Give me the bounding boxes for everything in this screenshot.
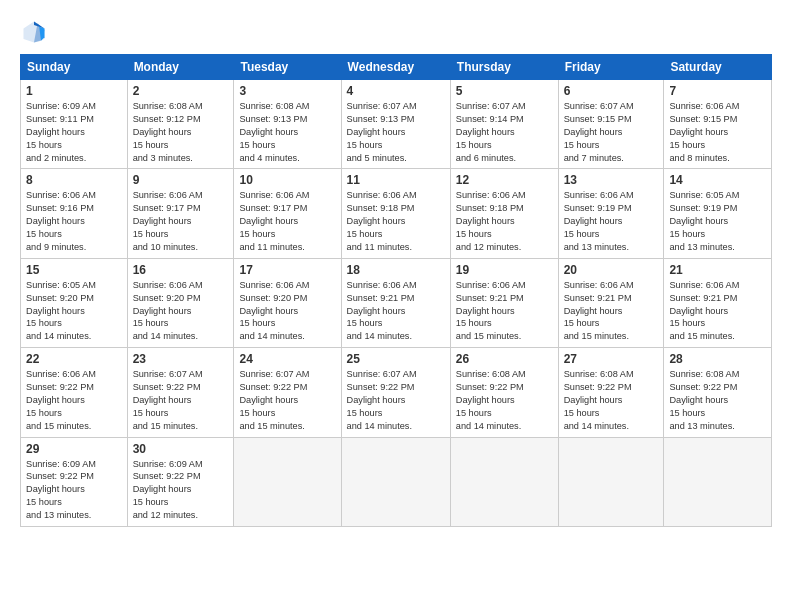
- calendar-cell: 28 Sunrise: 6:08 AM Sunset: 9:22 PM Dayl…: [664, 348, 772, 437]
- calendar-cell: 22 Sunrise: 6:06 AM Sunset: 9:22 PM Dayl…: [21, 348, 128, 437]
- day-number: 18: [347, 263, 445, 277]
- weekday-header-sunday: Sunday: [21, 55, 128, 80]
- weekday-header-saturday: Saturday: [664, 55, 772, 80]
- calendar-cell: [234, 437, 341, 526]
- day-number: 1: [26, 84, 122, 98]
- logo-icon: [20, 18, 48, 46]
- day-info: Sunrise: 6:08 AM Sunset: 9:13 PM Dayligh…: [239, 100, 335, 164]
- page: SundayMondayTuesdayWednesdayThursdayFrid…: [0, 0, 792, 612]
- day-number: 5: [456, 84, 553, 98]
- day-number: 26: [456, 352, 553, 366]
- day-number: 9: [133, 173, 229, 187]
- day-number: 14: [669, 173, 766, 187]
- calendar-cell: 5 Sunrise: 6:07 AM Sunset: 9:14 PM Dayli…: [450, 80, 558, 169]
- calendar-row-3: 22 Sunrise: 6:06 AM Sunset: 9:22 PM Dayl…: [21, 348, 772, 437]
- calendar-cell: 25 Sunrise: 6:07 AM Sunset: 9:22 PM Dayl…: [341, 348, 450, 437]
- calendar-cell: 16 Sunrise: 6:06 AM Sunset: 9:20 PM Dayl…: [127, 258, 234, 347]
- calendar-cell: 14 Sunrise: 6:05 AM Sunset: 9:19 PM Dayl…: [664, 169, 772, 258]
- calendar-cell: 21 Sunrise: 6:06 AM Sunset: 9:21 PM Dayl…: [664, 258, 772, 347]
- day-number: 15: [26, 263, 122, 277]
- calendar-row-4: 29 Sunrise: 6:09 AM Sunset: 9:22 PM Dayl…: [21, 437, 772, 526]
- day-number: 22: [26, 352, 122, 366]
- day-number: 10: [239, 173, 335, 187]
- calendar-cell: [558, 437, 664, 526]
- calendar-cell: 26 Sunrise: 6:08 AM Sunset: 9:22 PM Dayl…: [450, 348, 558, 437]
- day-info: Sunrise: 6:09 AM Sunset: 9:11 PM Dayligh…: [26, 100, 122, 164]
- day-number: 24: [239, 352, 335, 366]
- calendar-cell: 3 Sunrise: 6:08 AM Sunset: 9:13 PM Dayli…: [234, 80, 341, 169]
- calendar-cell: 18 Sunrise: 6:06 AM Sunset: 9:21 PM Dayl…: [341, 258, 450, 347]
- day-info: Sunrise: 6:06 AM Sunset: 9:17 PM Dayligh…: [239, 189, 335, 253]
- day-info: Sunrise: 6:06 AM Sunset: 9:15 PM Dayligh…: [669, 100, 766, 164]
- day-number: 6: [564, 84, 659, 98]
- day-info: Sunrise: 6:08 AM Sunset: 9:12 PM Dayligh…: [133, 100, 229, 164]
- day-info: Sunrise: 6:05 AM Sunset: 9:20 PM Dayligh…: [26, 279, 122, 343]
- day-info: Sunrise: 6:06 AM Sunset: 9:22 PM Dayligh…: [26, 368, 122, 432]
- day-number: 2: [133, 84, 229, 98]
- weekday-header-monday: Monday: [127, 55, 234, 80]
- day-info: Sunrise: 6:07 AM Sunset: 9:22 PM Dayligh…: [239, 368, 335, 432]
- calendar-cell: 27 Sunrise: 6:08 AM Sunset: 9:22 PM Dayl…: [558, 348, 664, 437]
- day-info: Sunrise: 6:07 AM Sunset: 9:15 PM Dayligh…: [564, 100, 659, 164]
- day-number: 19: [456, 263, 553, 277]
- day-number: 20: [564, 263, 659, 277]
- day-number: 8: [26, 173, 122, 187]
- calendar-cell: 20 Sunrise: 6:06 AM Sunset: 9:21 PM Dayl…: [558, 258, 664, 347]
- calendar-cell: 23 Sunrise: 6:07 AM Sunset: 9:22 PM Dayl…: [127, 348, 234, 437]
- calendar-cell: 10 Sunrise: 6:06 AM Sunset: 9:17 PM Dayl…: [234, 169, 341, 258]
- day-number: 12: [456, 173, 553, 187]
- calendar-cell: 30 Sunrise: 6:09 AM Sunset: 9:22 PM Dayl…: [127, 437, 234, 526]
- calendar-cell: 13 Sunrise: 6:06 AM Sunset: 9:19 PM Dayl…: [558, 169, 664, 258]
- calendar-cell: 2 Sunrise: 6:08 AM Sunset: 9:12 PM Dayli…: [127, 80, 234, 169]
- day-info: Sunrise: 6:06 AM Sunset: 9:21 PM Dayligh…: [669, 279, 766, 343]
- day-number: 29: [26, 442, 122, 456]
- calendar-cell: 4 Sunrise: 6:07 AM Sunset: 9:13 PM Dayli…: [341, 80, 450, 169]
- weekday-header-row: SundayMondayTuesdayWednesdayThursdayFrid…: [21, 55, 772, 80]
- calendar-cell: 12 Sunrise: 6:06 AM Sunset: 9:18 PM Dayl…: [450, 169, 558, 258]
- weekday-header-thursday: Thursday: [450, 55, 558, 80]
- day-info: Sunrise: 6:05 AM Sunset: 9:19 PM Dayligh…: [669, 189, 766, 253]
- calendar-cell: 24 Sunrise: 6:07 AM Sunset: 9:22 PM Dayl…: [234, 348, 341, 437]
- calendar-cell: [664, 437, 772, 526]
- weekday-header-tuesday: Tuesday: [234, 55, 341, 80]
- day-info: Sunrise: 6:07 AM Sunset: 9:14 PM Dayligh…: [456, 100, 553, 164]
- calendar-cell: 9 Sunrise: 6:06 AM Sunset: 9:17 PM Dayli…: [127, 169, 234, 258]
- day-number: 17: [239, 263, 335, 277]
- calendar-cell: 6 Sunrise: 6:07 AM Sunset: 9:15 PM Dayli…: [558, 80, 664, 169]
- calendar-cell: 19 Sunrise: 6:06 AM Sunset: 9:21 PM Dayl…: [450, 258, 558, 347]
- calendar-row-2: 15 Sunrise: 6:05 AM Sunset: 9:20 PM Dayl…: [21, 258, 772, 347]
- day-info: Sunrise: 6:09 AM Sunset: 9:22 PM Dayligh…: [133, 458, 229, 522]
- calendar-cell: 8 Sunrise: 6:06 AM Sunset: 9:16 PM Dayli…: [21, 169, 128, 258]
- day-number: 23: [133, 352, 229, 366]
- calendar-cell: 15 Sunrise: 6:05 AM Sunset: 9:20 PM Dayl…: [21, 258, 128, 347]
- day-info: Sunrise: 6:06 AM Sunset: 9:21 PM Dayligh…: [456, 279, 553, 343]
- day-number: 4: [347, 84, 445, 98]
- day-info: Sunrise: 6:07 AM Sunset: 9:13 PM Dayligh…: [347, 100, 445, 164]
- calendar-cell: [450, 437, 558, 526]
- day-number: 16: [133, 263, 229, 277]
- calendar-table: SundayMondayTuesdayWednesdayThursdayFrid…: [20, 54, 772, 527]
- day-info: Sunrise: 6:06 AM Sunset: 9:20 PM Dayligh…: [239, 279, 335, 343]
- day-number: 25: [347, 352, 445, 366]
- logo: [20, 18, 52, 46]
- weekday-header-wednesday: Wednesday: [341, 55, 450, 80]
- day-number: 11: [347, 173, 445, 187]
- day-number: 27: [564, 352, 659, 366]
- day-info: Sunrise: 6:06 AM Sunset: 9:21 PM Dayligh…: [564, 279, 659, 343]
- day-info: Sunrise: 6:06 AM Sunset: 9:16 PM Dayligh…: [26, 189, 122, 253]
- day-number: 28: [669, 352, 766, 366]
- calendar-row-1: 8 Sunrise: 6:06 AM Sunset: 9:16 PM Dayli…: [21, 169, 772, 258]
- calendar-row-0: 1 Sunrise: 6:09 AM Sunset: 9:11 PM Dayli…: [21, 80, 772, 169]
- day-info: Sunrise: 6:07 AM Sunset: 9:22 PM Dayligh…: [133, 368, 229, 432]
- day-info: Sunrise: 6:08 AM Sunset: 9:22 PM Dayligh…: [456, 368, 553, 432]
- day-number: 13: [564, 173, 659, 187]
- day-info: Sunrise: 6:06 AM Sunset: 9:18 PM Dayligh…: [456, 189, 553, 253]
- day-info: Sunrise: 6:06 AM Sunset: 9:20 PM Dayligh…: [133, 279, 229, 343]
- calendar-cell: 29 Sunrise: 6:09 AM Sunset: 9:22 PM Dayl…: [21, 437, 128, 526]
- day-info: Sunrise: 6:09 AM Sunset: 9:22 PM Dayligh…: [26, 458, 122, 522]
- header: [20, 18, 772, 46]
- calendar-cell: [341, 437, 450, 526]
- day-info: Sunrise: 6:08 AM Sunset: 9:22 PM Dayligh…: [669, 368, 766, 432]
- day-number: 3: [239, 84, 335, 98]
- day-number: 30: [133, 442, 229, 456]
